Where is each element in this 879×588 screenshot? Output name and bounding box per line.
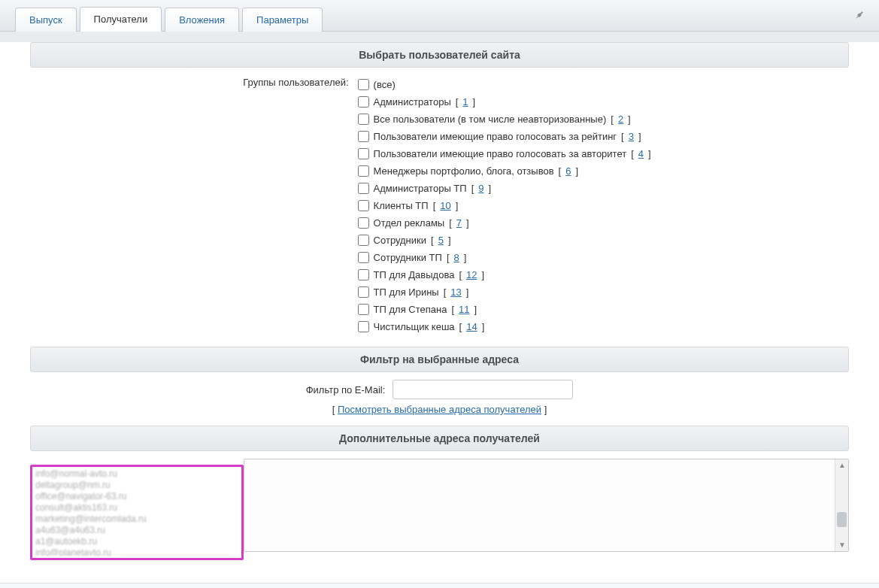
pin-icon[interactable] — [853, 9, 865, 21]
user-group-count-link[interactable]: 8 — [454, 250, 459, 265]
user-group-checkbox[interactable] — [358, 269, 369, 280]
user-group-row: (все) — [358, 77, 849, 92]
user-group-label: Отдел рекламы — [374, 215, 445, 231]
user-group-count-link[interactable]: 6 — [565, 163, 571, 179]
tab-bar: Выпуск Получатели Вложения Параметры — [0, 0, 879, 32]
user-group-row: ТП для Ирины [13] — [358, 284, 849, 300]
user-group-checkbox[interactable] — [358, 96, 369, 108]
user-group-count-link[interactable]: 14 — [466, 319, 477, 335]
user-group-label: (все) — [374, 77, 396, 92]
user-group-label: Все пользователи (в том числе неавторизо… — [374, 111, 607, 127]
extra-addresses-textarea-left[interactable] — [32, 467, 241, 556]
user-group-label: Пользователи имеющие право голосовать за… — [374, 129, 617, 144]
user-group-checkbox[interactable] — [358, 321, 369, 332]
user-group-row: Чистильщик кеша [14] — [358, 319, 849, 335]
view-selected-addresses-link[interactable]: Посмотреть выбранные адреса получателей — [338, 404, 541, 415]
user-group-row: Сотрудники ТП [8] — [358, 250, 849, 265]
user-group-checkbox[interactable] — [358, 165, 369, 177]
user-group-row: Клиенты ТП [10] — [358, 198, 849, 214]
user-group-checkbox[interactable] — [358, 252, 369, 263]
user-group-row: Пользователи имеющие право голосовать за… — [358, 129, 849, 144]
user-group-count-link[interactable]: 2 — [618, 111, 623, 127]
user-group-row: Менеджеры портфолио, блога, отзывов [6] — [358, 163, 849, 179]
user-group-list: (все)Администраторы [1]Все пользователи … — [358, 75, 849, 336]
user-group-count-link[interactable]: 10 — [440, 198, 450, 214]
filter-email-input[interactable] — [393, 380, 573, 399]
user-group-label: Сотрудники ТП — [374, 250, 442, 265]
groups-label: Группы пользователей: — [30, 75, 358, 88]
user-group-count-link[interactable]: 9 — [478, 180, 483, 196]
user-group-count-link[interactable]: 12 — [466, 267, 477, 283]
user-group-checkbox[interactable] — [358, 183, 369, 194]
user-group-label: Администраторы ТП — [374, 180, 467, 196]
user-group-row: Администраторы ТП [9] — [358, 180, 849, 196]
tab-issue[interactable]: Выпуск — [15, 8, 77, 32]
tab-attachments[interactable]: Вложения — [165, 8, 239, 32]
user-group-checkbox[interactable] — [358, 79, 369, 90]
user-group-label: ТП для Ирины — [374, 284, 439, 300]
user-group-label: Администраторы — [374, 94, 451, 110]
user-group-checkbox[interactable] — [358, 286, 369, 298]
tab-parameters[interactable]: Параметры — [242, 8, 323, 32]
tab-recipients[interactable]: Получатели — [80, 7, 162, 32]
user-group-label: Клиенты ТП — [374, 198, 429, 214]
footer-toolbar: Сохранить Применить Отменить Отправить — [0, 583, 879, 588]
bracket-open: [ — [332, 404, 338, 415]
user-group-checkbox[interactable] — [358, 114, 369, 125]
section-header-extra: Дополнительные адреса получателей — [30, 426, 849, 451]
scroll-thumb[interactable] — [837, 512, 847, 527]
user-group-count-link[interactable]: 3 — [629, 129, 634, 144]
user-group-row: Сотрудники [5] — [358, 232, 849, 248]
user-group-count-link[interactable]: 5 — [438, 232, 444, 248]
scrollbar[interactable]: ▲ ▼ — [835, 459, 848, 551]
user-group-row: ТП для Степана [11] — [358, 302, 849, 317]
user-group-row: Пользователи имеющие право голосовать за… — [358, 146, 849, 162]
user-group-row: Отдел рекламы [7] — [358, 215, 849, 231]
user-group-row: Администраторы [1] — [358, 94, 849, 110]
user-group-label: Чистильщик кеша — [374, 319, 455, 335]
user-group-label: Менеджеры портфолио, блога, отзывов — [374, 163, 554, 179]
user-group-count-link[interactable]: 7 — [456, 215, 462, 231]
user-group-count-link[interactable]: 11 — [459, 302, 469, 317]
bracket-close: ] — [541, 404, 547, 415]
panel: Выбрать пользователей сайта Группы польз… — [0, 42, 879, 583]
user-group-label: ТП для Степана — [374, 302, 447, 317]
user-group-checkbox[interactable] — [358, 148, 369, 159]
user-group-count-link[interactable]: 1 — [462, 94, 468, 110]
extra-addresses-field[interactable]: ▲ ▼ — [244, 459, 849, 552]
user-group-row: Все пользователи (в том числе неавторизо… — [358, 111, 849, 127]
user-group-checkbox[interactable] — [358, 200, 369, 211]
user-group-row: ТП для Давыдова [12] — [358, 267, 849, 283]
user-group-checkbox[interactable] — [358, 235, 369, 246]
user-group-count-link[interactable]: 4 — [638, 146, 644, 162]
section-header-filter: Фильтр на выбранные адреса — [30, 347, 849, 372]
filter-email-label: Фильтр по E-Mail: — [306, 384, 386, 396]
scroll-down-icon[interactable]: ▼ — [838, 541, 847, 550]
user-group-label: Пользователи имеющие право голосовать за… — [374, 146, 627, 162]
scroll-up-icon[interactable]: ▲ — [838, 461, 847, 470]
section-header-users: Выбрать пользователей сайта — [30, 42, 849, 68]
user-group-checkbox[interactable] — [358, 304, 369, 315]
user-group-checkbox[interactable] — [358, 131, 369, 142]
user-group-checkbox[interactable] — [358, 217, 369, 229]
user-group-label: Сотрудники — [374, 232, 426, 248]
user-group-label: ТП для Давыдова — [374, 267, 455, 283]
extra-addresses-highlight — [30, 465, 244, 560]
user-group-count-link[interactable]: 13 — [450, 284, 461, 300]
